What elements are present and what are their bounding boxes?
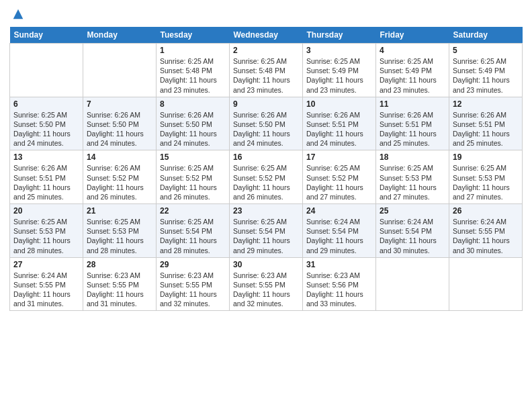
day-info: Sunrise: 6:26 AMSunset: 5:51 PMDaylight:… (453, 110, 519, 148)
day-info: Sunrise: 6:23 AMSunset: 5:55 PMDaylight:… (87, 271, 152, 309)
day-number: 30 (233, 260, 299, 269)
calendar-cell: 7Sunrise: 6:26 AMSunset: 5:50 PMDaylight… (83, 97, 157, 150)
calendar-header-friday: Friday (376, 27, 449, 44)
calendar-cell: 2Sunrise: 6:25 AMSunset: 5:48 PMDaylight… (230, 44, 303, 97)
calendar-cell: 5Sunrise: 6:25 AMSunset: 5:49 PMDaylight… (449, 44, 523, 97)
calendar-cell: 20Sunrise: 6:25 AMSunset: 5:53 PMDayligh… (10, 204, 83, 258)
day-number: 11 (380, 99, 445, 109)
day-info: Sunrise: 6:25 AMSunset: 5:53 PMDaylight:… (87, 217, 152, 255)
calendar-cell: 24Sunrise: 6:24 AMSunset: 5:54 PMDayligh… (303, 204, 376, 258)
calendar-cell: 27Sunrise: 6:24 AMSunset: 5:55 PMDayligh… (10, 257, 83, 311)
calendar-header-monday: Monday (83, 27, 157, 44)
calendar-week-row: 1Sunrise: 6:25 AMSunset: 5:48 PMDaylight… (10, 44, 523, 97)
day-number: 12 (453, 99, 519, 109)
day-number: 3 (306, 46, 372, 55)
day-number: 21 (87, 206, 152, 216)
day-number: 24 (306, 206, 372, 216)
calendar-header-thursday: Thursday (303, 27, 376, 44)
day-number: 25 (380, 206, 445, 216)
calendar-cell (83, 44, 157, 97)
day-number: 22 (160, 206, 226, 216)
day-info: Sunrise: 6:26 AMSunset: 5:51 PMDaylight:… (380, 110, 445, 148)
calendar-cell: 4Sunrise: 6:25 AMSunset: 5:49 PMDaylight… (376, 44, 449, 97)
day-info: Sunrise: 6:25 AMSunset: 5:52 PMDaylight:… (306, 163, 372, 201)
day-number: 19 (453, 152, 519, 162)
day-number: 16 (233, 152, 299, 162)
day-info: Sunrise: 6:26 AMSunset: 5:50 PMDaylight:… (160, 110, 226, 148)
calendar-week-row: 13Sunrise: 6:26 AMSunset: 5:51 PMDayligh… (10, 150, 523, 204)
day-number: 23 (233, 206, 299, 216)
day-number: 27 (13, 260, 79, 269)
calendar-header-row: SundayMondayTuesdayWednesdayThursdayFrid… (10, 27, 523, 44)
calendar-cell: 12Sunrise: 6:26 AMSunset: 5:51 PMDayligh… (449, 97, 523, 150)
page-header (9, 7, 523, 21)
calendar-cell: 21Sunrise: 6:25 AMSunset: 5:53 PMDayligh… (83, 204, 157, 258)
calendar-cell: 13Sunrise: 6:26 AMSunset: 5:51 PMDayligh… (10, 150, 83, 204)
day-number: 7 (87, 99, 152, 109)
day-info: Sunrise: 6:25 AMSunset: 5:52 PMDaylight:… (233, 163, 299, 201)
calendar-cell: 26Sunrise: 6:24 AMSunset: 5:55 PMDayligh… (449, 204, 523, 258)
day-number: 9 (233, 99, 299, 109)
calendar-cell: 28Sunrise: 6:23 AMSunset: 5:55 PMDayligh… (83, 257, 157, 311)
calendar-cell: 29Sunrise: 6:23 AMSunset: 5:55 PMDayligh… (157, 257, 230, 311)
day-info: Sunrise: 6:25 AMSunset: 5:49 PMDaylight:… (380, 56, 445, 95)
day-info: Sunrise: 6:25 AMSunset: 5:53 PMDaylight:… (13, 217, 79, 255)
calendar-header-saturday: Saturday (449, 27, 523, 44)
day-info: Sunrise: 6:25 AMSunset: 5:48 PMDaylight:… (233, 56, 299, 95)
calendar-cell (10, 44, 83, 97)
calendar-week-row: 20Sunrise: 6:25 AMSunset: 5:53 PMDayligh… (10, 204, 523, 258)
day-number: 31 (306, 260, 372, 269)
day-info: Sunrise: 6:26 AMSunset: 5:50 PMDaylight:… (233, 110, 299, 148)
day-number: 8 (160, 99, 226, 109)
day-info: Sunrise: 6:25 AMSunset: 5:49 PMDaylight:… (453, 56, 519, 95)
calendar-cell: 17Sunrise: 6:25 AMSunset: 5:52 PMDayligh… (303, 150, 376, 204)
day-number: 17 (306, 152, 372, 162)
day-number: 1 (160, 46, 226, 55)
day-info: Sunrise: 6:23 AMSunset: 5:55 PMDaylight:… (233, 271, 299, 309)
day-info: Sunrise: 6:26 AMSunset: 5:51 PMDaylight:… (13, 163, 79, 201)
calendar-cell: 14Sunrise: 6:26 AMSunset: 5:52 PMDayligh… (83, 150, 157, 204)
day-info: Sunrise: 6:25 AMSunset: 5:54 PMDaylight:… (160, 217, 226, 255)
day-number: 26 (453, 206, 519, 216)
day-number: 14 (87, 152, 152, 162)
calendar-header-sunday: Sunday (10, 27, 83, 44)
day-number: 4 (380, 46, 445, 55)
calendar-cell: 25Sunrise: 6:24 AMSunset: 5:54 PMDayligh… (376, 204, 449, 258)
day-number: 10 (306, 99, 372, 109)
calendar-cell: 6Sunrise: 6:25 AMSunset: 5:50 PMDaylight… (10, 97, 83, 150)
day-info: Sunrise: 6:26 AMSunset: 5:50 PMDaylight:… (87, 110, 152, 148)
day-info: Sunrise: 6:26 AMSunset: 5:51 PMDaylight:… (306, 110, 372, 148)
calendar-cell: 22Sunrise: 6:25 AMSunset: 5:54 PMDayligh… (157, 204, 230, 258)
calendar-cell: 9Sunrise: 6:26 AMSunset: 5:50 PMDaylight… (230, 97, 303, 150)
calendar-header-tuesday: Tuesday (157, 27, 230, 44)
calendar-cell: 23Sunrise: 6:25 AMSunset: 5:54 PMDayligh… (230, 204, 303, 258)
calendar-cell: 1Sunrise: 6:25 AMSunset: 5:48 PMDaylight… (157, 44, 230, 97)
day-info: Sunrise: 6:25 AMSunset: 5:52 PMDaylight:… (160, 163, 226, 201)
calendar-cell: 11Sunrise: 6:26 AMSunset: 5:51 PMDayligh… (376, 97, 449, 150)
logo (9, 7, 26, 21)
calendar-cell: 31Sunrise: 6:23 AMSunset: 5:56 PMDayligh… (303, 257, 376, 311)
day-number: 29 (160, 260, 226, 269)
calendar-cell (376, 257, 449, 311)
day-number: 15 (160, 152, 226, 162)
calendar-week-row: 27Sunrise: 6:24 AMSunset: 5:55 PMDayligh… (10, 257, 523, 311)
logo-icon (11, 7, 26, 21)
calendar-cell (449, 257, 523, 311)
calendar-cell: 30Sunrise: 6:23 AMSunset: 5:55 PMDayligh… (230, 257, 303, 311)
day-info: Sunrise: 6:23 AMSunset: 5:56 PMDaylight:… (306, 271, 372, 309)
calendar-cell: 8Sunrise: 6:26 AMSunset: 5:50 PMDaylight… (157, 97, 230, 150)
day-number: 5 (453, 46, 519, 55)
day-info: Sunrise: 6:24 AMSunset: 5:54 PMDaylight:… (380, 217, 445, 255)
day-info: Sunrise: 6:25 AMSunset: 5:53 PMDaylight:… (380, 163, 445, 201)
day-number: 2 (233, 46, 299, 55)
day-info: Sunrise: 6:24 AMSunset: 5:54 PMDaylight:… (306, 217, 372, 255)
calendar-cell: 18Sunrise: 6:25 AMSunset: 5:53 PMDayligh… (376, 150, 449, 204)
day-info: Sunrise: 6:23 AMSunset: 5:55 PMDaylight:… (160, 271, 226, 309)
svg-marker-0 (13, 9, 24, 19)
day-info: Sunrise: 6:25 AMSunset: 5:50 PMDaylight:… (13, 110, 79, 148)
day-number: 13 (13, 152, 79, 162)
day-info: Sunrise: 6:24 AMSunset: 5:55 PMDaylight:… (13, 271, 79, 309)
day-number: 28 (87, 260, 152, 269)
calendar-cell: 10Sunrise: 6:26 AMSunset: 5:51 PMDayligh… (303, 97, 376, 150)
calendar-cell: 3Sunrise: 6:25 AMSunset: 5:49 PMDaylight… (303, 44, 376, 97)
